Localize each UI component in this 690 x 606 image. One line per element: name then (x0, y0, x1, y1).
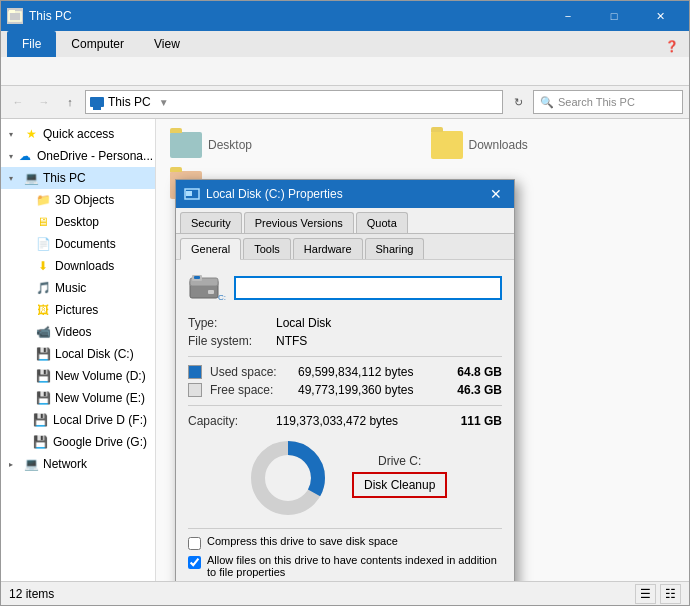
disk-type-row: Type: Local Disk (188, 314, 502, 332)
window-icon (7, 8, 23, 24)
tab-hardware[interactable]: Hardware (293, 238, 363, 259)
dialog-title-text: Local Disk (C:) Properties (206, 187, 486, 201)
disk-icon: C: (188, 272, 224, 304)
svg-rect-1 (9, 10, 15, 13)
filesystem-label: File system: (188, 334, 268, 348)
filesystem-row: File system: NTFS (188, 332, 502, 350)
capacity-bytes: 119,373,033,472 bytes (276, 414, 447, 428)
title-bar: This PC − □ ✕ (1, 1, 689, 31)
index-label: Allow files on this drive to have conten… (207, 554, 502, 578)
tab-computer[interactable]: Computer (56, 31, 139, 57)
tab-sharing[interactable]: Sharing (365, 238, 425, 259)
address-input-wrapper[interactable]: This PC ▼ (85, 90, 503, 114)
ribbon-tab-strip: File Computer View ❓ (1, 31, 689, 57)
svg-text:C:: C: (218, 293, 226, 302)
svg-rect-7 (194, 276, 200, 279)
free-label: Free space: (210, 383, 290, 397)
maximize-button[interactable]: □ (591, 1, 637, 31)
view-toggle: ☰ ☷ (635, 584, 681, 604)
free-indicator (188, 383, 202, 397)
main-window: This PC − □ ✕ File Computer View ❓ ← → ↑… (0, 0, 690, 606)
drive-label: Drive C: (378, 454, 421, 468)
type-label: Type: (188, 316, 268, 330)
separator-1 (188, 356, 502, 357)
search-icon: 🔍 (540, 96, 554, 109)
svg-rect-3 (186, 191, 192, 196)
modal-overlay: Local Disk (C:) Properties ✕ Security Pr… (1, 119, 689, 581)
disk-header: C: (188, 272, 502, 304)
properties-dialog: Local Disk (C:) Properties ✕ Security Pr… (175, 179, 515, 581)
forward-button[interactable]: → (33, 91, 55, 113)
compress-label: Compress this drive to save disk space (207, 535, 398, 547)
dialog-tab-row1: Security Previous Versions Quota (176, 208, 514, 233)
back-button[interactable]: ← (7, 91, 29, 113)
compress-checkbox[interactable] (188, 537, 201, 550)
used-indicator (188, 365, 202, 379)
capacity-row: Capacity: 119,373,033,472 bytes 111 GB (188, 412, 502, 430)
used-label: Used space: (210, 365, 290, 379)
free-space-row: Free space: 49,773,199,360 bytes 46.3 GB (188, 381, 502, 399)
disk-cleanup-button[interactable]: Disk Cleanup (352, 472, 447, 498)
ribbon-content (1, 57, 689, 85)
status-bar: 12 items ☰ ☷ (1, 581, 689, 605)
tab-general[interactable]: General (180, 238, 241, 260)
type-value: Local Disk (276, 316, 502, 330)
list-view-icon[interactable]: ☰ (635, 584, 656, 604)
address-pc-icon (90, 97, 104, 107)
index-checkbox[interactable] (188, 556, 201, 569)
donut-chart (248, 438, 328, 518)
title-bar-icons (7, 8, 23, 24)
dialog-tab-row2: General Tools Hardware Sharing (176, 233, 514, 259)
separator-2 (188, 405, 502, 406)
search-box[interactable]: 🔍 Search This PC (533, 90, 683, 114)
drive-cleanup-col: Drive C: Disk Cleanup (352, 450, 447, 506)
title-bar-controls: − □ ✕ (545, 1, 683, 31)
compress-checkbox-row: Compress this drive to save disk space (188, 535, 502, 550)
tab-file[interactable]: File (7, 31, 56, 57)
window-title: This PC (29, 9, 545, 23)
search-placeholder: Search This PC (558, 96, 635, 108)
dialog-body: C: Type: Local Disk File system: (176, 260, 514, 581)
tab-previous-versions[interactable]: Previous Versions (244, 212, 354, 233)
address-bar: ← → ↑ This PC ▼ ↻ 🔍 Search This PC (1, 86, 689, 119)
up-button[interactable]: ↑ (59, 91, 81, 113)
item-count: 12 items (9, 587, 54, 601)
close-button[interactable]: ✕ (637, 1, 683, 31)
capacity-label: Capacity: (188, 414, 268, 428)
minimize-button[interactable]: − (545, 1, 591, 31)
address-path: This PC (108, 95, 151, 109)
tab-tools[interactable]: Tools (243, 238, 291, 259)
free-gb: 46.3 GB (457, 383, 502, 397)
ribbon: File Computer View ❓ (1, 31, 689, 86)
separator-3 (188, 528, 502, 529)
disk-name-input[interactable] (234, 276, 502, 300)
svg-rect-8 (208, 290, 214, 294)
space-info: Used space: 69,599,834,112 bytes 64.8 GB… (188, 363, 502, 399)
dialog-title-icon (184, 186, 200, 203)
grid-view-icon[interactable]: ☷ (660, 584, 681, 604)
dialog-title-bar: Local Disk (C:) Properties ✕ (176, 180, 514, 208)
free-bytes: 49,773,199,360 bytes (298, 383, 443, 397)
refresh-button[interactable]: ↻ (507, 91, 529, 113)
index-checkbox-row: Allow files on this drive to have conten… (188, 554, 502, 578)
filesystem-value: NTFS (276, 334, 502, 348)
disk-info: Type: Local Disk File system: NTFS (188, 314, 502, 350)
capacity-gb: 111 GB (461, 414, 502, 428)
used-gb: 64.8 GB (457, 365, 502, 379)
svg-rect-0 (9, 12, 21, 21)
dialog-tabs: Security Previous Versions Quota General… (176, 208, 514, 260)
dialog-close-button[interactable]: ✕ (486, 184, 506, 204)
used-space-row: Used space: 69,599,834,112 bytes 64.8 GB (188, 363, 502, 381)
tab-quota[interactable]: Quota (356, 212, 408, 233)
donut-container: Drive C: Disk Cleanup (188, 430, 502, 522)
tab-security[interactable]: Security (180, 212, 242, 233)
main-area: ▾ ★ Quick access ▾ ☁ OneDrive - Persona.… (1, 119, 689, 581)
used-bytes: 69,599,834,112 bytes (298, 365, 443, 379)
drive-cleanup-row: Drive C: Disk Cleanup (352, 454, 447, 498)
tab-view[interactable]: View (139, 31, 195, 57)
